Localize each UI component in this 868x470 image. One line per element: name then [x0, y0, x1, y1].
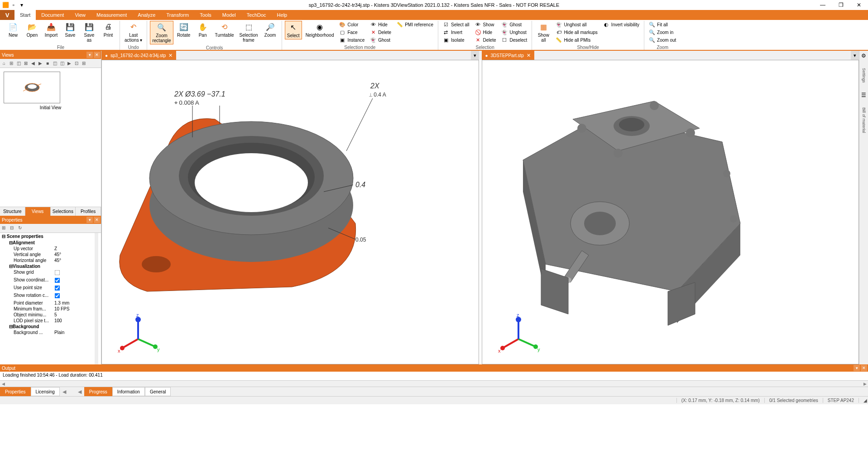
selmode-hide[interactable]: 👁Hide: [368, 21, 393, 28]
vt-i5[interactable]: ■: [44, 60, 51, 67]
zoom-rect-button[interactable]: 🔍Zoom rectangle: [150, 21, 173, 44]
tab-analyze[interactable]: Analyze: [132, 10, 161, 20]
doc-tab-1[interactable]: ●sp3_16792-dc-242-tr34j.stp✕: [101, 51, 176, 60]
rail-bom[interactable]: Bill of material: [862, 107, 866, 133]
selmode-delete[interactable]: ✕Delete: [368, 29, 393, 36]
close-button[interactable]: ✕: [850, 0, 868, 10]
btab-properties[interactable]: Properties: [0, 387, 31, 396]
prop-objmin[interactable]: Object minimu...5: [0, 312, 101, 318]
vt-i3[interactable]: ◀: [30, 60, 36, 67]
tab-model[interactable]: Model: [217, 10, 241, 20]
prop-usepoint[interactable]: Use point size: [0, 285, 101, 292]
selmode-color[interactable]: 🎨Color: [337, 21, 366, 28]
sel-ghost[interactable]: 👻Ghost: [499, 21, 529, 28]
sh-unghostall[interactable]: 👻Unghost all: [554, 21, 599, 28]
output-close-icon[interactable]: ✕: [861, 365, 867, 371]
ptab-profiles[interactable]: Profiles: [76, 207, 101, 216]
prop-horizang[interactable]: Horizontal angle45°: [0, 257, 101, 263]
showgrid-checkbox[interactable]: [55, 270, 60, 276]
close-icon[interactable]: ✕: [527, 53, 531, 58]
tab-techdoc[interactable]: TechDoc: [241, 10, 272, 20]
pt-expand-icon[interactable]: ⊞: [2, 225, 8, 232]
prop-pointdiam[interactable]: Point diameter1.3 mm: [0, 300, 101, 306]
zoom-out[interactable]: 🔍Zoom out: [647, 36, 678, 44]
vt-i10[interactable]: ⊞: [81, 60, 87, 67]
sh-invvis[interactable]: ◐Invert visibility: [601, 21, 641, 28]
prop-minfram[interactable]: Minimum fram...10 FPS: [0, 306, 101, 312]
sel-unghost[interactable]: 👻Unghost: [499, 29, 529, 36]
selmode-face[interactable]: ▢Face: [337, 29, 366, 36]
vt-i2[interactable]: ⊠: [23, 60, 29, 67]
selmode-ghost[interactable]: 👻Ghost: [368, 36, 393, 44]
showrot-checkbox[interactable]: [55, 293, 60, 299]
vt-i4[interactable]: ▶: [37, 60, 43, 67]
panel-close-icon[interactable]: ✕: [94, 52, 100, 58]
vt-i6[interactable]: ◫: [52, 60, 58, 67]
sel-delete[interactable]: ✕Delete: [473, 36, 498, 44]
tab-tools[interactable]: Tools: [194, 10, 217, 20]
ptab-views[interactable]: Views: [25, 207, 51, 216]
viewport-1[interactable]: 2X Ø3.69 −37.1 ⌖ 0.008 A 2X ⟂ 0.4 A 0.4 …: [101, 60, 479, 364]
new-button[interactable]: 📄New: [5, 21, 22, 39]
showall-button[interactable]: ▦Show all: [535, 21, 552, 44]
save-button[interactable]: 💾Save: [62, 21, 79, 39]
doc-dropdown-1[interactable]: ▾: [471, 51, 479, 60]
sel-invert[interactable]: ⇄Invert: [441, 29, 471, 36]
doc-dropdown-2[interactable]: ▾: [851, 51, 859, 60]
file-icon[interactable]: ▫: [10, 1, 17, 9]
zoom-in[interactable]: 🔍Zoom in: [647, 29, 678, 36]
props-pin-icon[interactable]: ▾: [86, 217, 93, 223]
btab-arrow-left[interactable]: ◀: [60, 387, 69, 396]
vt-i8[interactable]: ▶: [66, 60, 72, 67]
prop-lod[interactable]: LOD pixel size t...100: [0, 318, 101, 324]
prop-showcoord[interactable]: Show coordinat...: [0, 277, 101, 285]
props-close-icon[interactable]: ✕: [94, 217, 100, 223]
sel-isolate[interactable]: ▣Isolate: [441, 36, 471, 44]
doc-tab-2[interactable]: ●3DSTEPPart.stp✕: [482, 51, 534, 60]
vt-i7[interactable]: ◫: [59, 60, 65, 67]
select-button[interactable]: ↖Select: [285, 21, 302, 39]
tab-measurement[interactable]: Measurement: [91, 10, 132, 20]
restore-button[interactable]: ❐: [832, 0, 850, 10]
ptab-structure[interactable]: Structure: [0, 207, 25, 216]
prop-showgrid[interactable]: Show grid: [0, 269, 101, 277]
rail-settings[interactable]: Settings: [862, 68, 866, 83]
selmode-pmi[interactable]: 📏PMI reference: [395, 21, 435, 28]
rotate-button[interactable]: 🔄Rotate: [175, 21, 192, 39]
rail-list-icon[interactable]: ☰: [861, 92, 866, 98]
sh-hidepmis[interactable]: 📏Hide all PMIs: [554, 36, 599, 44]
minimize-button[interactable]: —: [814, 0, 832, 10]
import-button[interactable]: 📥Import: [43, 21, 60, 39]
tab-view[interactable]: View: [69, 10, 91, 20]
prop-vertang[interactable]: Vertical angle45°: [0, 252, 101, 257]
turntable-button[interactable]: ⟲Turntable: [213, 21, 236, 39]
viewport-2[interactable]: x y z: [482, 60, 859, 364]
sel-selectall[interactable]: ☑Select all: [441, 21, 471, 28]
prop-upvector[interactable]: Up vectorZ: [0, 246, 101, 252]
neighborhood-button[interactable]: ◉Neighborhood: [304, 21, 336, 39]
tab-start[interactable]: Start: [14, 10, 36, 20]
output-pin-icon[interactable]: ▾: [854, 365, 860, 371]
showcoord-checkbox[interactable]: [55, 278, 60, 283]
saveas-button[interactable]: 💾Save as: [81, 21, 98, 44]
dropdown-icon[interactable]: ▾: [18, 1, 25, 9]
output-scrollbar[interactable]: ◀▶: [0, 381, 868, 387]
selmode-instance[interactable]: ▣Instance: [337, 36, 366, 44]
otab-progress[interactable]: Progress: [84, 387, 112, 396]
tab-transform[interactable]: Transform: [161, 10, 194, 20]
pt-collapse-icon[interactable]: ⊟: [10, 225, 16, 232]
ptab-selections[interactable]: Selections: [51, 207, 76, 216]
prop-showrot[interactable]: Show rotation c...: [0, 292, 101, 300]
vt-home-icon[interactable]: ⌂: [1, 60, 7, 67]
zoom-fitall[interactable]: 🔍Fit all: [647, 21, 678, 28]
tab-document[interactable]: Document: [36, 10, 69, 20]
rail-gear-icon[interactable]: ⚙: [861, 53, 866, 59]
sel-deselect[interactable]: ☐Deselect: [499, 36, 529, 44]
sel-hide[interactable]: 🚫Hide: [473, 29, 498, 36]
otab-information[interactable]: Information: [112, 387, 145, 396]
print-button[interactable]: 🖨Print: [100, 21, 117, 39]
view-thumbnail[interactable]: [4, 72, 60, 103]
panel-pin-icon[interactable]: ▾: [86, 52, 93, 58]
props-scrollbar[interactable]: [95, 233, 98, 364]
otab-arrow-left[interactable]: ◀: [75, 387, 84, 396]
